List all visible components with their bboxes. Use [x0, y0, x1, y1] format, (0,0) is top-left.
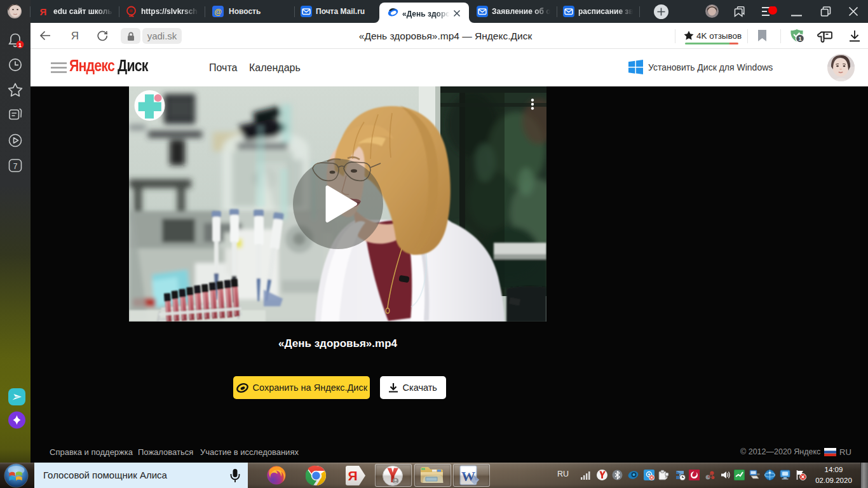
- svg-text:@: @: [214, 8, 222, 17]
- svg-text:1: 1: [18, 42, 22, 48]
- svg-text:Я: Я: [40, 6, 47, 17]
- svg-text:1: 1: [799, 36, 802, 42]
- svg-text:7: 7: [13, 162, 18, 171]
- svg-text:Я: Я: [348, 468, 357, 483]
